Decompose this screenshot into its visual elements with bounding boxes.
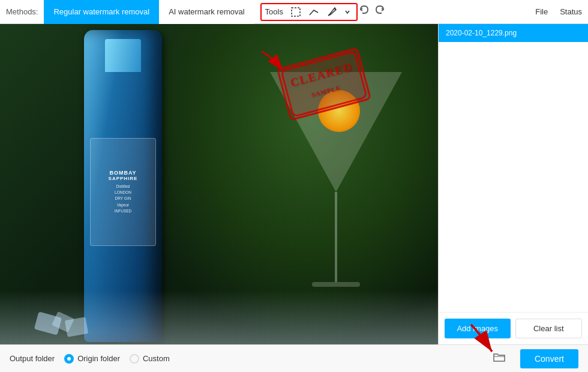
bottom-bar: Output folder Origin folder Custom Conve… bbox=[0, 344, 588, 372]
custom-radio[interactable] bbox=[130, 354, 139, 364]
brush-tool-btn[interactable] bbox=[324, 5, 340, 19]
red-arrow bbox=[252, 42, 300, 92]
line-tool-btn[interactable] bbox=[306, 5, 322, 19]
bottle-neck bbox=[105, 39, 141, 72]
panel-actions: Add images Clear list bbox=[439, 312, 588, 344]
folder-icon bbox=[493, 352, 506, 362]
selection-icon bbox=[290, 7, 301, 17]
file-list-empty bbox=[439, 42, 588, 312]
status-label: Status bbox=[560, 7, 582, 16]
chevron-down-icon bbox=[344, 9, 350, 15]
arrow-svg bbox=[252, 42, 300, 90]
toolbar: Methods: Regular watermark removal AI wa… bbox=[0, 0, 588, 24]
right-panel: 2020-02-10_1229.png Add images Clear lis… bbox=[438, 24, 588, 344]
tools-area: Tools bbox=[260, 3, 358, 21]
file-label: File bbox=[535, 7, 548, 16]
bottle-brand: BOMBAY bbox=[109, 170, 136, 176]
tab-regular[interactable]: Regular watermark removal bbox=[44, 0, 159, 24]
bottle-desc: Distilled LONDON DRY GIN Vapour INFUSED bbox=[115, 184, 132, 215]
add-images-button[interactable]: Add images bbox=[445, 319, 511, 338]
tool-dropdown-btn[interactable] bbox=[342, 8, 353, 16]
file-list-item[interactable]: 2020-02-10_1229.png bbox=[439, 24, 588, 42]
glass-stem bbox=[335, 192, 337, 282]
convert-button[interactable]: Convert bbox=[520, 349, 578, 368]
methods-label: Methods: bbox=[0, 7, 44, 16]
custom-label: Custom bbox=[143, 354, 170, 363]
main-content: BOMBAY SAPPHIRE Distilled LONDON DRY GIN… bbox=[0, 24, 588, 344]
clear-list-button[interactable]: Clear list bbox=[515, 319, 583, 338]
origin-folder-option[interactable]: Origin folder bbox=[64, 354, 120, 364]
tools-label: Tools bbox=[265, 7, 283, 16]
undo-icon bbox=[358, 4, 371, 17]
origin-folder-label: Origin folder bbox=[77, 354, 120, 363]
glass-base bbox=[312, 282, 360, 287]
bottle-label: BOMBAY SAPPHIRE Distilled LONDON DRY GIN… bbox=[90, 138, 156, 246]
canvas-area[interactable]: BOMBAY SAPPHIRE Distilled LONDON DRY GIN… bbox=[0, 24, 438, 344]
selection-tool-btn[interactable] bbox=[288, 5, 304, 19]
svg-rect-0 bbox=[292, 8, 300, 16]
custom-folder-option[interactable]: Custom bbox=[130, 354, 170, 364]
undo-button[interactable] bbox=[358, 4, 371, 20]
output-folder-label: Output folder bbox=[10, 354, 55, 363]
origin-radio[interactable] bbox=[64, 354, 74, 364]
radio-group: Origin folder Custom bbox=[64, 354, 170, 364]
line-icon bbox=[308, 7, 319, 17]
tab-ai[interactable]: AI watermark removal bbox=[159, 0, 254, 24]
cocktail-image: BOMBAY SAPPHIRE Distilled LONDON DRY GIN… bbox=[0, 24, 438, 344]
redo-icon bbox=[373, 4, 386, 17]
redo-button[interactable] bbox=[373, 4, 386, 20]
folder-browse-button[interactable] bbox=[488, 349, 511, 368]
undo-redo-area bbox=[358, 4, 386, 20]
brush-icon bbox=[326, 7, 337, 17]
bottle-sub: SAPPHIRE bbox=[109, 176, 138, 181]
file-status-area: File Status bbox=[529, 7, 588, 16]
